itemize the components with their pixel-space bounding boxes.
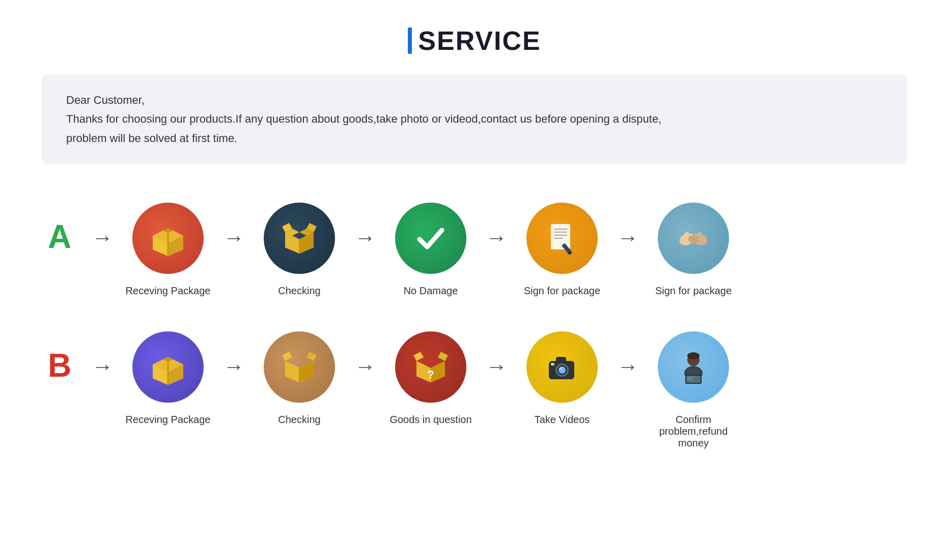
- arrow-b2: →: [354, 354, 376, 379]
- step-b3: ? Goods in question: [380, 331, 482, 426]
- step-b3-label: Goods in question: [389, 414, 471, 426]
- svg-marker-41: [438, 352, 448, 361]
- step-a5: Sign for package: [643, 203, 744, 297]
- page-title: SERVICE: [418, 25, 541, 56]
- step-b4: Take Videos: [511, 331, 613, 426]
- step-b1-label: Receving Package: [126, 414, 211, 426]
- icon-b1-package: [132, 331, 204, 403]
- arrow-a0: →: [92, 226, 113, 250]
- icon-a4-sign: [526, 203, 598, 274]
- step-b5-label: Confirm problem,refund money: [648, 414, 739, 449]
- page-title-section: SERVICE: [408, 25, 541, 56]
- step-a1: Receving Package: [117, 203, 219, 297]
- notice-box: Dear Customer, Thanks for choosing our p…: [42, 74, 907, 164]
- icon-b3-question: ?: [395, 331, 466, 403]
- svg-marker-35: [306, 352, 317, 361]
- step-a5-label: Sign for package: [655, 285, 732, 297]
- svg-marker-34: [282, 352, 292, 361]
- step-b2: Checking: [248, 331, 350, 426]
- svg-marker-36: [299, 361, 314, 382]
- step-b1: Receving Package: [117, 331, 219, 426]
- arrow-a1: →: [223, 226, 244, 250]
- notice-line3: problem will be solved at first time.: [66, 129, 883, 148]
- arrow-b4: →: [617, 354, 638, 379]
- step-a3: No Damage: [380, 203, 482, 297]
- arrow-a2: →: [354, 226, 376, 250]
- svg-rect-57: [687, 377, 693, 381]
- step-a4-label: Sign for package: [524, 285, 600, 297]
- step-a3-label: No Damage: [404, 285, 458, 297]
- flow-row-a: A → Receving Package →: [42, 192, 907, 297]
- arrow-b1: →: [223, 354, 244, 379]
- icon-b5-refund: [658, 331, 729, 403]
- arrow-a3: →: [486, 226, 507, 250]
- step-b5: Confirm problem,refund money: [643, 331, 744, 449]
- notice-line1: Dear Customer,: [66, 91, 883, 109]
- icon-a3-no-damage: [395, 203, 466, 274]
- icon-b2-checking: [264, 331, 335, 403]
- step-b2-label: Checking: [278, 414, 320, 426]
- step-a2-label: Checking: [278, 285, 320, 297]
- svg-rect-51: [551, 363, 554, 366]
- svg-point-53: [687, 352, 700, 359]
- row-a-label: A: [42, 218, 77, 256]
- svg-point-49: [559, 367, 566, 374]
- svg-rect-15: [551, 224, 570, 249]
- icon-a2-checking: [264, 203, 335, 274]
- step-a2: Checking: [248, 203, 350, 297]
- icon-a1-package: [132, 203, 204, 274]
- step-b4-label: Take Videos: [535, 414, 590, 426]
- svg-text:?: ?: [427, 368, 434, 381]
- flow-row-b: B → Receving Package →: [42, 321, 907, 449]
- row-b-label: B: [42, 347, 77, 384]
- svg-rect-46: [556, 357, 566, 363]
- title-accent-bar: [408, 27, 412, 54]
- step-a1-label: Receving Package: [126, 285, 211, 297]
- svg-marker-40: [413, 352, 424, 361]
- icon-a5-handshake: [658, 203, 729, 274]
- arrow-b0: →: [92, 354, 113, 379]
- arrow-b3: →: [486, 354, 507, 379]
- svg-marker-37: [285, 361, 299, 382]
- notice-line2: Thanks for choosing our products.If any …: [66, 109, 883, 128]
- icon-b4-camera: [526, 331, 598, 403]
- svg-point-26: [688, 235, 699, 243]
- arrow-a4: →: [617, 226, 638, 250]
- step-a4: Sign for package: [511, 203, 613, 297]
- svg-point-50: [560, 368, 562, 370]
